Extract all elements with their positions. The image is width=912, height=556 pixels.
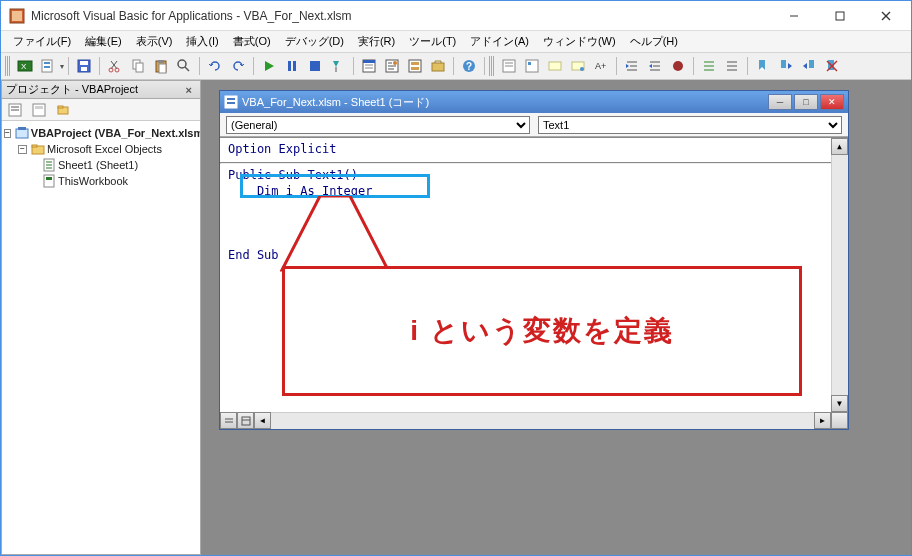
tree-node-project[interactable]: − VBAProject (VBA_For_Next.xlsm)	[4, 125, 198, 141]
project-tree[interactable]: − VBAProject (VBA_For_Next.xlsm) − Micro…	[2, 121, 200, 554]
toolbar-grip[interactable]	[5, 56, 10, 76]
menu-debug[interactable]: デバッグ(D)	[279, 32, 350, 51]
list-constants-button[interactable]	[521, 55, 543, 77]
svg-marker-58	[626, 64, 629, 68]
svg-point-63	[673, 61, 683, 71]
toolbox-button[interactable]	[427, 55, 449, 77]
code-window-icon	[224, 95, 238, 109]
view-object-button[interactable]	[28, 99, 50, 121]
toggle-folders-button[interactable]	[52, 99, 74, 121]
object-browser-button[interactable]	[404, 55, 426, 77]
reset-button[interactable]	[304, 55, 326, 77]
minimize-button[interactable]	[771, 2, 817, 30]
svg-rect-51	[549, 62, 561, 70]
annotation-highlight-box	[240, 174, 430, 198]
project-panel-close-button[interactable]: ×	[182, 84, 196, 96]
svg-rect-74	[809, 60, 814, 68]
comment-block-button[interactable]	[698, 55, 720, 77]
save-button[interactable]	[73, 55, 95, 77]
view-code-button[interactable]	[4, 99, 26, 121]
scroll-down-button[interactable]: ▼	[831, 395, 848, 412]
tree-node-objects[interactable]: − Microsoft Excel Objects	[4, 141, 198, 157]
insert-module-button[interactable]	[37, 55, 59, 77]
svg-rect-40	[409, 60, 421, 72]
bookmark-prev-button[interactable]	[798, 55, 820, 77]
code-window-title: VBA_For_Next.xlsm - Sheet1 (コード)	[242, 95, 429, 110]
vertical-scrollbar[interactable]: ▲ ▼	[831, 138, 848, 412]
tree-label-objects: Microsoft Excel Objects	[47, 143, 162, 155]
cut-button[interactable]	[104, 55, 126, 77]
indent-button[interactable]	[621, 55, 643, 77]
project-explorer-button[interactable]	[358, 55, 380, 77]
project-panel-toolbar	[2, 99, 200, 121]
svg-marker-99	[282, 196, 388, 270]
svg-rect-9	[44, 62, 50, 64]
code-window-minimize-button[interactable]: ─	[768, 94, 792, 110]
menu-file[interactable]: ファイル(F)	[7, 32, 77, 51]
menu-edit[interactable]: 編集(E)	[79, 32, 128, 51]
quick-info-button[interactable]	[544, 55, 566, 77]
tree-toggle-icon[interactable]: −	[4, 129, 11, 138]
tree-node-workbook[interactable]: ThisWorkbook	[4, 173, 198, 189]
copy-button[interactable]	[127, 55, 149, 77]
tree-toggle-icon[interactable]: −	[18, 145, 27, 154]
bookmark-clear-button[interactable]	[821, 55, 843, 77]
toolbar-grip-2[interactable]	[489, 56, 494, 76]
close-button[interactable]	[863, 2, 909, 30]
tree-node-sheet1[interactable]: Sheet1 (Sheet1)	[4, 157, 198, 173]
toolbar: X ▾ ? A+	[1, 53, 911, 80]
design-mode-button[interactable]	[327, 55, 349, 77]
code-editor[interactable]: Option Explicit Public Sub Text1() Dim i…	[220, 137, 848, 429]
main-area: プロジェクト - VBAProject × − VBAProject (VBA_…	[1, 80, 911, 555]
break-button[interactable]	[281, 55, 303, 77]
code-window-maximize-button[interactable]: □	[794, 94, 818, 110]
list-properties-button[interactable]	[498, 55, 520, 77]
outdent-button[interactable]	[644, 55, 666, 77]
full-module-view-button[interactable]	[237, 412, 254, 429]
code-window-close-button[interactable]: ✕	[820, 94, 844, 110]
window-title: Microsoft Visual Basic for Applications …	[31, 9, 771, 23]
redo-button[interactable]	[227, 55, 249, 77]
undo-button[interactable]	[204, 55, 226, 77]
help-button[interactable]: ?	[458, 55, 480, 77]
scroll-left-button[interactable]: ◀	[254, 412, 271, 429]
object-selector[interactable]: (General)	[226, 116, 530, 134]
bookmark-next-button[interactable]	[775, 55, 797, 77]
procedure-selector[interactable]: Text1	[538, 116, 842, 134]
menu-view[interactable]: 表示(V)	[130, 32, 179, 51]
code-window-titlebar[interactable]: VBA_For_Next.xlsm - Sheet1 (コード) ─ □ ✕	[220, 91, 848, 113]
svg-rect-97	[227, 98, 235, 100]
menu-run[interactable]: 実行(R)	[352, 32, 401, 51]
paste-button[interactable]	[150, 55, 172, 77]
properties-button[interactable]	[381, 55, 403, 77]
horizontal-scrollbar[interactable]	[254, 412, 831, 429]
run-button[interactable]	[258, 55, 280, 77]
tree-label-sheet1: Sheet1 (Sheet1)	[58, 159, 138, 171]
bookmark-toggle-button[interactable]	[752, 55, 774, 77]
parameter-info-button[interactable]	[567, 55, 589, 77]
svg-rect-87	[18, 127, 26, 130]
uncomment-block-button[interactable]	[721, 55, 743, 77]
find-button[interactable]	[173, 55, 195, 77]
menu-window[interactable]: ウィンドウ(W)	[537, 32, 622, 51]
svg-rect-82	[33, 104, 45, 116]
svg-rect-12	[80, 61, 88, 65]
svg-rect-89	[32, 145, 37, 147]
menu-addin[interactable]: アドイン(A)	[464, 32, 535, 51]
maximize-button[interactable]	[817, 2, 863, 30]
scroll-right-button[interactable]: ▶	[814, 412, 831, 429]
svg-rect-27	[293, 61, 296, 71]
breakpoint-button[interactable]	[667, 55, 689, 77]
svg-rect-41	[411, 62, 419, 65]
menu-format[interactable]: 書式(O)	[227, 32, 277, 51]
scroll-up-button[interactable]: ▲	[831, 138, 848, 155]
svg-rect-22	[159, 64, 166, 73]
menu-insert[interactable]: 挿入(I)	[180, 32, 224, 51]
view-excel-button[interactable]: X	[14, 55, 36, 77]
menu-help[interactable]: ヘルプ(H)	[624, 32, 684, 51]
procedure-view-button[interactable]	[220, 412, 237, 429]
menu-tool[interactable]: ツール(T)	[403, 32, 462, 51]
complete-word-button[interactable]: A+	[590, 55, 612, 77]
svg-rect-26	[288, 61, 291, 71]
svg-text:A+: A+	[595, 61, 606, 71]
